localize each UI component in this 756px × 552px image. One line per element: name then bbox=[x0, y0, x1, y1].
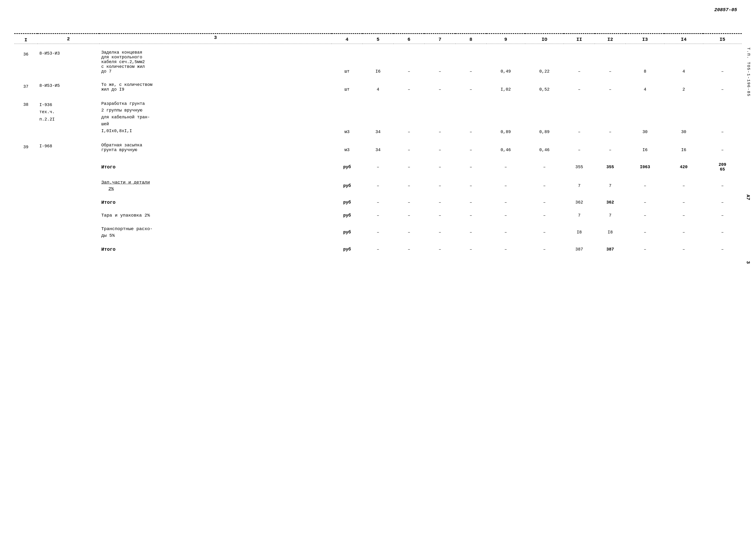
row-36-c7: – bbox=[424, 49, 455, 75]
row-37-c13: 4 bbox=[626, 81, 664, 93]
row-37-unit: шт bbox=[332, 81, 363, 93]
row-37-c14: 2 bbox=[664, 81, 703, 93]
summary-unit-1: руб bbox=[332, 161, 363, 173]
summary-label-3: Итого bbox=[99, 245, 331, 254]
row-38-c15: – bbox=[703, 99, 742, 136]
side-label-a7: А7 bbox=[745, 194, 751, 200]
row-38-c8: – bbox=[455, 99, 487, 136]
row-37-num: 37 bbox=[14, 81, 37, 93]
summary-row-zapchasti: Зап.части и детали2% руб – – – – – – 7 7… bbox=[14, 178, 742, 193]
header-col-11: II bbox=[564, 34, 595, 44]
row-36-c13: 8 bbox=[626, 49, 664, 75]
row-39-code: I-968 bbox=[37, 141, 99, 154]
row-37-c12: – bbox=[595, 81, 626, 93]
header-col-12: I2 bbox=[595, 34, 626, 44]
row-39-c6: – bbox=[394, 141, 425, 154]
row-36-desc: Заделка концевая для контрольного кабеля… bbox=[99, 49, 331, 75]
row-36-qty: I6 bbox=[362, 49, 394, 75]
row-37-qty: 4 bbox=[362, 81, 394, 93]
row-36-c12: – bbox=[595, 49, 626, 75]
row-36-num: 36 bbox=[14, 49, 37, 75]
table-row: 38 I-936 тех.ч. п.2.2I Разработка грунта… bbox=[14, 99, 742, 136]
row-39-c13: I6 bbox=[626, 141, 664, 154]
row-38-c6: – bbox=[394, 99, 425, 136]
summary-label-1: Итого bbox=[99, 161, 331, 173]
row-37-desc: То же, с количеством жил до I9 bbox=[99, 81, 331, 93]
summary-label-tara: Тара и упаковка 2% bbox=[99, 212, 331, 220]
summary-label-2: Итого bbox=[99, 198, 331, 206]
row-38-c7: – bbox=[424, 99, 455, 136]
row-39-c10: 0,46 bbox=[525, 141, 564, 154]
header-col-7: 7 bbox=[424, 34, 455, 44]
row-36-code: 8-И53-И3 bbox=[37, 49, 99, 75]
table-row: 39 I-968 Обратная засыпка грунта вручную… bbox=[14, 141, 742, 154]
row-37-c15: – bbox=[703, 81, 742, 93]
header-row: I 2 3 4 5 6 7 8 9 IO II I2 I3 I4 I5 bbox=[14, 34, 742, 44]
row-38-num: 38 bbox=[14, 99, 37, 136]
row-39-c7: – bbox=[424, 141, 455, 154]
summary-row-transport: Транспортные расхо- ды 5% руб – – – – – … bbox=[14, 224, 742, 241]
header-col-10: IO bbox=[525, 34, 564, 44]
row-39-c9: 0,46 bbox=[487, 141, 525, 154]
row-39-c15: – bbox=[703, 141, 742, 154]
header-col-1: I bbox=[14, 34, 37, 44]
header-col-13: I3 bbox=[626, 34, 664, 44]
row-38-c10: 0,89 bbox=[525, 99, 564, 136]
row-39-desc: Обратная засыпка грунта вручную bbox=[99, 141, 331, 154]
row-39-num: 39 bbox=[14, 141, 37, 154]
row-39-c12: – bbox=[595, 141, 626, 154]
row-36-c6: – bbox=[394, 49, 425, 75]
header-col-9: 9 bbox=[487, 34, 525, 44]
row-37-c11: – bbox=[564, 81, 595, 93]
row-36-c11: – bbox=[564, 49, 595, 75]
side-label-3: 3 bbox=[745, 261, 751, 264]
row-37-c10: 0,52 bbox=[525, 81, 564, 93]
header-col-3: 3 bbox=[99, 34, 331, 44]
row-38-c12: – bbox=[595, 99, 626, 136]
row-38-c14: 30 bbox=[664, 99, 703, 136]
table-row: 36 8-И53-И3 Заделка концевая для контрол… bbox=[14, 49, 742, 75]
header-col-4: 4 bbox=[332, 34, 363, 44]
row-37-c8: – bbox=[455, 81, 487, 93]
header-col-6: 6 bbox=[394, 34, 425, 44]
header-col-15: I5 bbox=[703, 34, 742, 44]
row-39-c8: – bbox=[455, 141, 487, 154]
doc-number: 20857-05 bbox=[714, 7, 737, 13]
row-38-code: I-936 тех.ч. п.2.2I bbox=[37, 99, 99, 136]
table-row: 37 8-И53-И5 То же, с количеством жил до … bbox=[14, 81, 742, 93]
row-39-c11: – bbox=[564, 141, 595, 154]
row-38-c9: 0,89 bbox=[487, 99, 525, 136]
header-col-5: 5 bbox=[362, 34, 394, 44]
row-38-desc: Разработка грунта 2 группы вручную для к… bbox=[99, 99, 331, 136]
summary-row-itogo-3: Итого руб – – – – – – 387 387 – – – bbox=[14, 245, 742, 254]
row-36-c10: 0,22 bbox=[525, 49, 564, 75]
row-36-c14: 4 bbox=[664, 49, 703, 75]
row-37-code: 8-И53-И5 bbox=[37, 81, 99, 93]
row-37-c9: I,02 bbox=[487, 81, 525, 93]
row-37-c6: – bbox=[394, 81, 425, 93]
row-36-c9: 0,49 bbox=[487, 49, 525, 75]
row-36-unit: шт bbox=[332, 49, 363, 75]
header-col-8: 8 bbox=[455, 34, 487, 44]
summary-row-itogo-2: Итого руб – – – – – – 362 362 – – – bbox=[14, 198, 742, 206]
row-36-c8: – bbox=[455, 49, 487, 75]
row-38-unit: м3 bbox=[332, 99, 363, 136]
row-39-qty: 34 bbox=[362, 141, 394, 154]
summary-row-tara: Тара и упаковка 2% руб – – – – – – 7 7 –… bbox=[14, 212, 742, 220]
summary-label-transport: Транспортные расхо- ды 5% bbox=[99, 224, 331, 241]
side-label-tp: Т.П. ТО5-1-196-85 bbox=[746, 47, 751, 97]
row-39-unit: м3 bbox=[332, 141, 363, 154]
header-col-14: I4 bbox=[664, 34, 703, 44]
summary-row-itogo-1: Итого руб – – – – – – 355 355 I063 420 2… bbox=[14, 161, 742, 173]
row-38-qty: 34 bbox=[362, 99, 394, 136]
summary-label-zapchasti: Зап.части и детали2% bbox=[99, 178, 331, 193]
row-38-c13: 30 bbox=[626, 99, 664, 136]
row-39-c14: I6 bbox=[664, 141, 703, 154]
header-col-2: 2 bbox=[37, 34, 99, 44]
main-table: I 2 3 4 5 6 7 8 9 IO II I2 I3 I4 I5 36 8… bbox=[14, 33, 742, 254]
row-36-c15: – bbox=[703, 49, 742, 75]
row-37-c7: – bbox=[424, 81, 455, 93]
row-38-c11: – bbox=[564, 99, 595, 136]
